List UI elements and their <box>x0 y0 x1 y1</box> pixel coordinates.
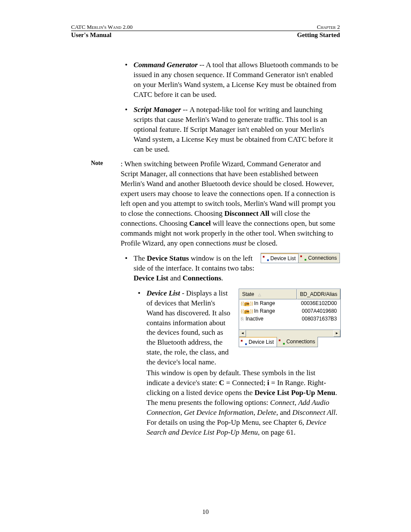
inactive-icon: ⎘ <box>241 316 244 322</box>
col-state[interactable]: State △ <box>239 289 297 299</box>
table-row[interactable]: ((📻))In Range 0007A4019680 <box>239 307 340 315</box>
sort-asc-icon: △ <box>258 292 261 297</box>
running-header: CATC Merlin's Wand 2.00 Chapter 2 <box>71 24 340 31</box>
header-left: CATC Merlin's Wand 2.00 <box>71 24 133 31</box>
bullet-device-status: The Device Status window is on the left … <box>121 254 340 283</box>
bullet-device-list: Device List - Displays a list of devices… <box>134 289 340 438</box>
device-list-followup: This window is open by default. These sy… <box>146 368 340 438</box>
col-addr[interactable]: BD_ADDR/Alias <box>297 289 340 299</box>
tab-device-list[interactable]: Device List <box>261 253 299 263</box>
scroll-right-button[interactable]: ► <box>333 330 340 337</box>
tab-device-list[interactable]: Device List <box>239 337 277 346</box>
device-list-icon <box>263 256 269 261</box>
device-list-panel: State △ BD_ADDR/Alias ((📻))In Range 0003… <box>239 289 341 338</box>
scroll-left-button[interactable]: ◄ <box>239 330 246 337</box>
in-range-icon: ((📻)) <box>241 300 253 307</box>
bullet-command-generator: Command Generator -- A tool that allows … <box>121 60 340 100</box>
in-range-icon: ((📻)) <box>241 308 253 314</box>
tab-connections[interactable]: Connections <box>299 253 339 263</box>
connections-icon <box>300 255 306 261</box>
horizontal-scrollbar[interactable]: ◄ ► <box>239 330 340 337</box>
note-label: Note <box>91 159 103 168</box>
tabs-widget-small: Device List Connections <box>261 253 340 263</box>
bullet-script-manager: Script Manager -- A notepad-like tool fo… <box>121 105 340 155</box>
cmdgen-title: Command Generator <box>134 61 198 69</box>
scriptmgr-title: Script Manager <box>134 106 181 114</box>
table-row[interactable]: ((📻))In Range 00036E102D00 <box>239 299 340 307</box>
subheader-left: User's Manual <box>71 31 112 39</box>
table-row[interactable]: ⎘Inactive 0080371637B3 <box>239 315 340 323</box>
device-list-icon <box>241 340 247 345</box>
subheader-right: Getting Started <box>297 31 340 39</box>
tabs-widget-bottom: Device List Connections <box>239 337 318 347</box>
tab-connections[interactable]: Connections <box>277 337 318 346</box>
connections-icon <box>279 339 285 345</box>
header-right: Chapter 2 <box>317 24 340 31</box>
page-number: 10 <box>0 508 411 516</box>
note-block: Note : When switching between Profile Wi… <box>105 159 340 248</box>
running-subheader: User's Manual Getting Started <box>71 31 340 39</box>
device-list-header: State △ BD_ADDR/Alias <box>239 289 340 299</box>
